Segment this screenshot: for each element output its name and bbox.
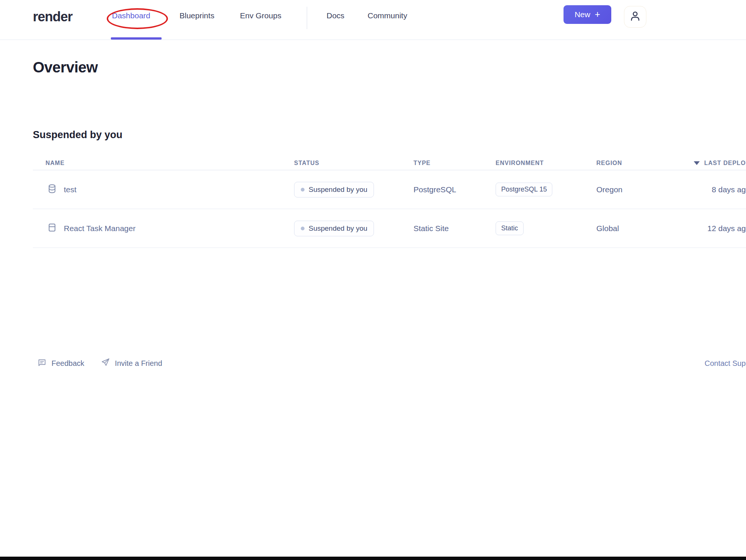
table-header-row: NAME STATUS TYPE ENVIRONMENT REGION LAST… bbox=[33, 156, 746, 170]
column-header-environment[interactable]: ENVIRONMENT bbox=[496, 160, 596, 167]
invite-friend-label: Invite a Friend bbox=[115, 359, 162, 368]
column-header-last-deploy[interactable]: LAST DEPLOY bbox=[675, 160, 746, 167]
column-header-name[interactable]: NAME bbox=[33, 160, 294, 167]
table-row[interactable]: test Suspended by you PostgreSQL Postgre… bbox=[33, 170, 746, 209]
type-cell: Static Site bbox=[413, 224, 496, 233]
paper-plane-icon bbox=[101, 358, 110, 369]
page-title: Overview bbox=[33, 59, 98, 76]
environment-badge: Static bbox=[496, 221, 524, 235]
bottom-edge-bar bbox=[0, 557, 746, 560]
plus-icon: + bbox=[595, 9, 600, 20]
person-icon bbox=[628, 9, 642, 24]
render-dashboard-page: render Dashboard Blueprints Env Groups D… bbox=[0, 0, 746, 560]
nav-link-docs[interactable]: Docs bbox=[327, 11, 344, 20]
section-title: Suspended by you bbox=[33, 129, 122, 141]
service-name-cell[interactable]: test bbox=[33, 184, 294, 195]
environment-cell: Static bbox=[496, 221, 596, 235]
status-cell: Suspended by you bbox=[294, 182, 413, 197]
region-cell: Oregon bbox=[596, 185, 675, 194]
service-name-link[interactable]: test bbox=[64, 185, 77, 194]
type-cell: PostgreSQL bbox=[413, 185, 496, 194]
render-logo[interactable]: render bbox=[33, 9, 72, 25]
footer-links: Feedback Invite a Friend bbox=[37, 355, 162, 371]
service-name-link[interactable]: React Task Manager bbox=[64, 224, 135, 233]
feedback-bubble-icon bbox=[37, 358, 47, 369]
top-navbar: render Dashboard Blueprints Env Groups D… bbox=[0, 0, 746, 40]
feedback-label: Feedback bbox=[51, 359, 84, 368]
contact-support-link[interactable]: Contact Support bbox=[705, 359, 746, 368]
column-header-type[interactable]: TYPE bbox=[413, 160, 496, 167]
status-label: Suspended by you bbox=[309, 224, 367, 233]
column-header-status[interactable]: STATUS bbox=[294, 160, 413, 167]
last-deploy-cell: 12 days ago bbox=[675, 224, 746, 233]
status-badge: Suspended by you bbox=[294, 221, 374, 236]
services-table: NAME STATUS TYPE ENVIRONMENT REGION LAST… bbox=[33, 156, 746, 248]
nav-tab-dashboard[interactable]: Dashboard bbox=[112, 11, 150, 20]
status-cell: Suspended by you bbox=[294, 221, 413, 236]
nav-tab-env-groups[interactable]: Env Groups bbox=[240, 11, 281, 20]
active-tab-underline bbox=[111, 37, 162, 40]
feedback-link[interactable]: Feedback bbox=[37, 358, 84, 369]
nav-link-community[interactable]: Community bbox=[368, 11, 407, 20]
database-icon bbox=[47, 184, 57, 195]
new-button[interactable]: New + bbox=[564, 5, 611, 24]
sort-descending-icon bbox=[694, 161, 700, 165]
account-menu-button[interactable] bbox=[624, 6, 646, 28]
last-deploy-header-label: LAST DEPLOY bbox=[704, 160, 746, 167]
status-label: Suspended by you bbox=[309, 186, 367, 194]
status-badge: Suspended by you bbox=[294, 182, 374, 197]
last-deploy-cell: 8 days ago bbox=[675, 185, 746, 194]
environment-cell: PostgreSQL 15 bbox=[496, 183, 596, 196]
region-cell: Global bbox=[596, 224, 675, 233]
environment-badge: PostgreSQL 15 bbox=[496, 183, 552, 196]
status-dot-icon bbox=[301, 227, 305, 230]
nav-tab-blueprints[interactable]: Blueprints bbox=[180, 11, 214, 20]
column-header-region[interactable]: REGION bbox=[596, 160, 675, 167]
service-name-cell[interactable]: React Task Manager bbox=[33, 223, 294, 234]
new-button-label: New bbox=[575, 10, 590, 19]
table-row[interactable]: React Task Manager Suspended by you Stat… bbox=[33, 209, 746, 248]
status-dot-icon bbox=[301, 188, 305, 192]
static-site-icon bbox=[47, 223, 57, 234]
nav-divider bbox=[307, 7, 307, 29]
invite-friend-link[interactable]: Invite a Friend bbox=[101, 358, 162, 369]
